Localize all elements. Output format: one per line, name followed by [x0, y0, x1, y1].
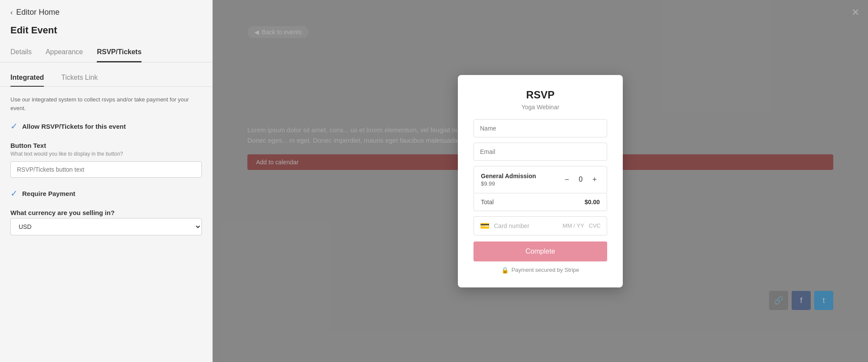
currency-select[interactable]: USD EUR GBP: [10, 218, 202, 235]
currency-section: What currency are you selling in? USD EU…: [10, 209, 202, 235]
qty-value: 0: [577, 176, 584, 183]
lock-icon: 🔒: [501, 267, 509, 274]
modal-subtitle: Yoga Webinar: [473, 104, 607, 111]
card-expiry-cvc: MM / YY CVC: [562, 222, 601, 229]
integrated-description: Use our integrated system to collect rsv…: [10, 95, 202, 112]
payment-secured: 🔒 Payment secured by Stripe: [473, 267, 607, 274]
tab-rsvp-tickets[interactable]: RSVP/Tickets: [97, 43, 141, 62]
card-icon: 💳: [480, 221, 490, 231]
allow-rsvp-check-icon: ✓: [10, 121, 18, 131]
require-payment-check-icon: ✓: [10, 188, 18, 199]
tab-details[interactable]: Details: [10, 43, 32, 62]
tab-appearance[interactable]: Appearance: [46, 43, 83, 62]
modal-title: RSVP: [473, 89, 607, 101]
total-row: Total $0.00: [473, 193, 607, 211]
qty-increase-btn[interactable]: +: [589, 174, 600, 185]
require-payment-label: Require Payment: [22, 190, 76, 197]
allow-rsvp-label: Allow RSVP/Tickets for this event: [22, 123, 126, 130]
total-amount: $0.00: [585, 199, 600, 205]
ticket-info: General Admission $9.99: [481, 173, 536, 187]
edit-event-title: Edit Event: [0, 25, 212, 43]
card-input-row[interactable]: 💳 Card number MM / YY CVC: [473, 216, 607, 235]
editor-home-link[interactable]: ‹ Editor Home: [0, 0, 212, 25]
cvc-placeholder: CVC: [589, 222, 601, 229]
button-text-section: Button Text What text would you like to …: [10, 142, 202, 178]
allow-rsvp-row[interactable]: ✓ Allow RSVP/Tickets for this event: [10, 121, 202, 131]
left-panel: ‹ Editor Home Edit Event Details Appeara…: [0, 0, 213, 362]
chevron-left-icon: ‹: [10, 9, 13, 16]
panel-body: Use our integrated system to collect rsv…: [0, 87, 212, 254]
rsvp-modal: RSVP Yoga Webinar General Admission $9.9…: [458, 75, 623, 287]
ticket-qty-control: − 0 +: [562, 174, 600, 185]
main-tabs: Details Appearance RSVP/Tickets: [0, 43, 212, 62]
ticket-row: General Admission $9.99 − 0 +: [473, 166, 607, 193]
currency-label: What currency are you selling in?: [10, 209, 202, 216]
sub-tabs: Integrated Tickets Link: [0, 69, 212, 87]
modal-overlay: RSVP Yoga Webinar General Admission $9.9…: [213, 0, 868, 362]
button-text-desc: What text would you like to display in t…: [10, 151, 202, 157]
card-number-placeholder: Card number: [494, 222, 558, 229]
payment-secured-text: Payment secured by Stripe: [511, 267, 579, 273]
sub-tab-integrated[interactable]: Integrated: [10, 69, 44, 87]
button-text-input[interactable]: [10, 161, 202, 178]
button-text-label: Button Text: [10, 142, 202, 149]
require-payment-row[interactable]: ✓ Require Payment: [10, 188, 202, 199]
editor-home-label: Editor Home: [16, 8, 59, 17]
main-content: ◀ Back to events Lorem ipsum dolor sit a…: [213, 0, 868, 362]
sub-tab-tickets-link[interactable]: Tickets Link: [61, 69, 98, 87]
ticket-name: General Admission: [481, 173, 536, 179]
complete-button[interactable]: Complete: [473, 241, 607, 261]
qty-decrease-btn[interactable]: −: [562, 174, 572, 185]
expiry-placeholder: MM / YY: [562, 222, 584, 229]
ticket-top: General Admission $9.99 − 0 +: [481, 173, 600, 187]
ticket-price: $9.99: [481, 180, 536, 187]
email-input[interactable]: [473, 143, 607, 161]
total-label: Total: [481, 199, 494, 205]
name-input[interactable]: [473, 119, 607, 137]
